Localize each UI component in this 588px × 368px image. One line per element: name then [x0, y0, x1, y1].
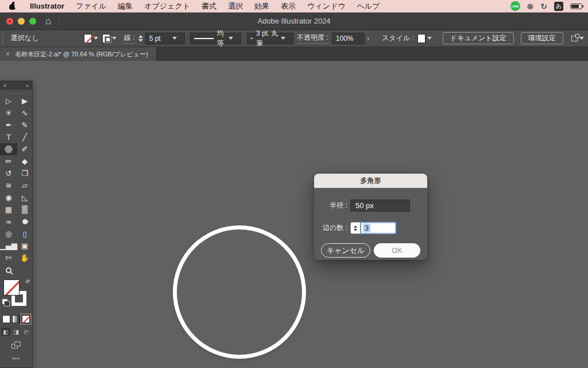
brush-definition-dropdown[interactable]: • 3 pt. 丸筆: [247, 33, 293, 44]
column-graph-tool[interactable]: ▁▄▆: [0, 240, 17, 252]
preferences-button[interactable]: 環境設定: [521, 32, 563, 44]
edit-toolbar-dots[interactable]: •••: [12, 355, 20, 362]
sides-stepper[interactable]: [350, 222, 361, 234]
menu-item[interactable]: 編集: [112, 1, 138, 12]
camera-off-status-icon[interactable]: ⊗: [527, 2, 534, 11]
pen-tool[interactable]: ✒: [0, 119, 17, 131]
titlebar-divider: [59, 17, 60, 26]
screen-mode-button[interactable]: [11, 342, 21, 348]
tools-drag-handle[interactable]: [9, 91, 24, 94]
stroke-panel-link[interactable]: 線 :: [124, 33, 135, 44]
menu-item[interactable]: ウィンドウ: [301, 1, 351, 12]
opacity-panel-link[interactable]: 不透明度 :: [297, 33, 328, 44]
canvas-circle[interactable]: [173, 225, 306, 359]
artboard-tool[interactable]: ▣: [17, 240, 32, 252]
fill-chevron-icon[interactable]: [94, 37, 98, 40]
tools-collapse-icon[interactable]: «: [26, 83, 29, 89]
selection-tool[interactable]: ▷: [0, 95, 17, 107]
polygon-tool[interactable]: [0, 143, 17, 155]
shape-builder-tool[interactable]: ◉: [0, 191, 17, 204]
none-button[interactable]: [22, 315, 30, 323]
tool-icon: ✒: [6, 121, 12, 129]
menu-app-name[interactable]: Illustrator: [24, 2, 70, 10]
minimize-window-button[interactable]: [18, 18, 25, 25]
battery-icon[interactable]: [570, 3, 582, 9]
type-tool[interactable]: T: [0, 131, 17, 143]
tool-icon: ◉: [5, 194, 11, 201]
scale-tool[interactable]: ❐: [17, 167, 32, 179]
sides-input[interactable]: 3: [361, 222, 396, 234]
cancel-button[interactable]: キャンセル: [321, 243, 370, 258]
stroke-chevron-icon[interactable]: [112, 37, 117, 40]
gradient-button[interactable]: [12, 315, 20, 323]
lasso-tool[interactable]: ∿: [17, 107, 32, 119]
ok-button[interactable]: OK: [374, 243, 420, 258]
width-profile-dropdown[interactable]: 均等: [190, 33, 241, 44]
stroke-weight-field[interactable]: 5 pt: [145, 33, 185, 44]
paintbrush-tool[interactable]: ✐: [17, 143, 32, 155]
default-fill-stroke-icon[interactable]: [2, 299, 7, 304]
width-tool[interactable]: ≋: [0, 179, 17, 191]
color-button[interactable]: [2, 315, 10, 323]
zoom-tool[interactable]: [0, 264, 17, 276]
stroke-color-swatch[interactable]: [102, 34, 110, 43]
menu-item[interactable]: ファイル: [70, 1, 112, 12]
menu-item[interactable]: 書式: [196, 1, 222, 12]
stroke-weight-chevron-icon[interactable]: [172, 37, 177, 40]
rotate-tool[interactable]: ↺: [0, 167, 17, 179]
menu-item[interactable]: ヘルプ: [351, 1, 386, 12]
blend-tool[interactable]: ∞: [0, 216, 17, 228]
draw-inside-mode[interactable]: ◩: [22, 328, 31, 336]
shaper-tool[interactable]: ✏: [0, 155, 17, 167]
curvature-tool[interactable]: ✎: [17, 119, 32, 131]
hand-tool[interactable]: ✋: [17, 252, 32, 264]
home-icon[interactable]: ⌂: [45, 16, 51, 26]
menu-item[interactable]: 表示: [275, 1, 301, 12]
fill-proxy-swatch[interactable]: [3, 279, 20, 296]
slice-tool[interactable]: ✄: [0, 252, 17, 264]
live-paint-bucket-tool[interactable]: ◎: [0, 228, 17, 240]
magic-wand-tool[interactable]: ✳: [0, 107, 17, 119]
width-profile-chevron-icon[interactable]: [229, 37, 233, 40]
close-window-button[interactable]: [6, 18, 13, 25]
close-document-icon[interactable]: ×: [6, 50, 10, 58]
symbol-sprayer-tool[interactable]: ▯: [17, 228, 32, 240]
free-transform-tool[interactable]: ▱: [17, 179, 32, 191]
mesh-tool[interactable]: ▦: [0, 204, 17, 216]
polygon-dialog: 多角形 半径 : 50 px 辺の数 : 3 キャンセル OK: [314, 174, 427, 260]
menu-item[interactable]: 選択: [222, 1, 249, 12]
input-source-icon[interactable]: あ: [554, 2, 563, 11]
controlbar-drag-handle[interactable]: [2, 33, 4, 44]
style-swatch[interactable]: [417, 34, 425, 43]
gradient-tool[interactable]: ▒: [17, 204, 32, 216]
document-tab-title: 名称未設定-2.ai* @ 70.64 % (RGB/プレビュー): [15, 50, 148, 59]
tools-close-icon[interactable]: ×: [3, 83, 6, 89]
artboard-canvas[interactable]: [0, 61, 588, 368]
panel-arrange-icon[interactable]: [571, 36, 578, 41]
fill-color-swatch[interactable]: [84, 34, 92, 43]
direct-selection-tool[interactable]: ▶: [17, 95, 32, 107]
radius-input[interactable]: 50 px: [350, 200, 410, 212]
eyedropper-tool[interactable]: [17, 216, 32, 228]
draw-normal-mode[interactable]: ◧: [1, 328, 10, 336]
sync-status-icon[interactable]: ↻: [540, 2, 547, 11]
opacity-field[interactable]: 100%: [332, 33, 365, 44]
menu-item[interactable]: オブジェクト: [138, 1, 196, 12]
style-chevron-icon[interactable]: [427, 37, 432, 40]
brush-chevron-icon[interactable]: [281, 37, 285, 40]
eraser-tool[interactable]: ◆: [17, 155, 32, 167]
line-app-icon[interactable]: LINE: [510, 1, 520, 11]
document-tab[interactable]: × 名称未設定-2.ai* @ 70.64 % (RGB/プレビュー): [0, 47, 157, 61]
perspective-grid-tool[interactable]: ◺: [17, 191, 32, 204]
line-segment-tool[interactable]: ╱: [17, 131, 32, 143]
apple-menu-icon[interactable]: [9, 2, 16, 10]
panel-arrange-chevron-icon[interactable]: [579, 37, 584, 40]
stroke-weight-stepper[interactable]: [138, 35, 143, 42]
swap-fill-stroke-icon[interactable]: ⇄: [25, 278, 30, 284]
document-setup-button[interactable]: ドキュメント設定: [443, 32, 514, 44]
radius-value: 50 px: [355, 201, 374, 210]
menu-item[interactable]: 効果: [249, 1, 275, 12]
opacity-arrow[interactable]: ›: [367, 34, 369, 43]
zoom-window-button[interactable]: [29, 18, 36, 25]
draw-behind-mode[interactable]: ◨: [11, 328, 21, 336]
